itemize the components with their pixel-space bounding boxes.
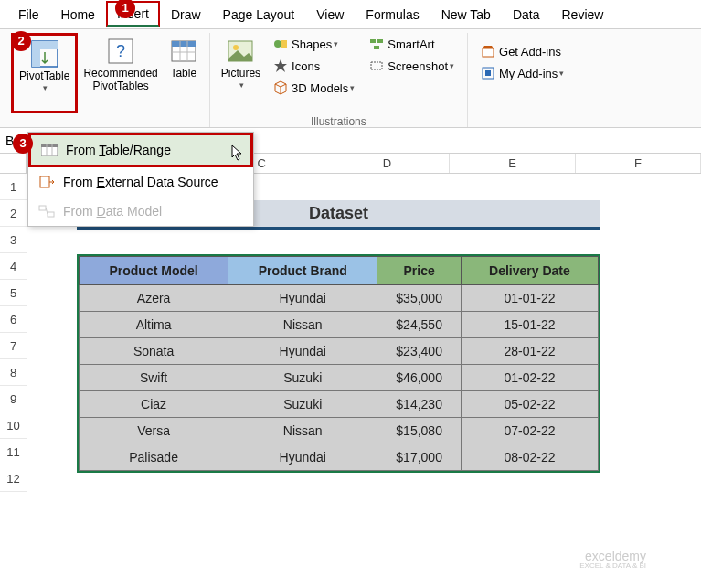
table-cell[interactable]: 01-02-22 bbox=[461, 365, 598, 391]
data-model-icon bbox=[37, 204, 56, 219]
col-header-d[interactable]: D bbox=[324, 154, 450, 173]
row-header[interactable]: 12 bbox=[0, 465, 27, 492]
table-cell[interactable]: Palisade bbox=[80, 444, 228, 471]
table-cell[interactable]: 07-02-22 bbox=[461, 418, 598, 444]
row-header[interactable]: 5 bbox=[0, 280, 27, 306]
svg-point-12 bbox=[274, 40, 281, 48]
get-addins-button[interactable]: Get Add-ins bbox=[473, 40, 571, 62]
recommended-pivottables-button[interactable]: ? Recommended PivotTables bbox=[78, 33, 163, 113]
menu-draw[interactable]: Draw bbox=[160, 2, 212, 27]
table-cell[interactable]: $23,400 bbox=[377, 338, 462, 365]
table-row[interactable]: PalisadeHyundai$17,00008-02-22 bbox=[80, 444, 599, 471]
from-table-label: From Table/Range bbox=[66, 143, 171, 157]
pivottable-dropdown: From Table/Range From External Data Sour… bbox=[27, 132, 254, 227]
svg-rect-13 bbox=[281, 40, 287, 48]
table-cell[interactable]: Sonata bbox=[80, 338, 228, 365]
menu-home[interactable]: Home bbox=[50, 2, 106, 27]
svg-rect-20 bbox=[485, 70, 491, 76]
table-cell[interactable]: Nissan bbox=[228, 312, 377, 338]
table-row[interactable]: CiazSuzuki$14,23005-02-22 bbox=[80, 391, 599, 418]
pictures-button[interactable]: Pictures ▾ bbox=[216, 33, 266, 113]
table-cell[interactable]: Altima bbox=[80, 312, 228, 338]
menu-new-tab[interactable]: New Tab bbox=[430, 2, 502, 27]
row-header[interactable]: 2 bbox=[0, 200, 27, 227]
svg-rect-15 bbox=[377, 39, 383, 43]
table-cell[interactable]: Hyundai bbox=[228, 338, 377, 365]
menu-page-layout[interactable]: Page Layout bbox=[212, 2, 306, 27]
icons-button[interactable]: Icons bbox=[266, 55, 362, 77]
my-addins-button[interactable]: My Add-ins▾ bbox=[473, 62, 571, 84]
menu-review[interactable]: Review bbox=[550, 2, 614, 27]
table-cell[interactable]: Nissan bbox=[228, 418, 377, 444]
row-header[interactable]: 7 bbox=[0, 333, 27, 359]
table-cell[interactable]: $35,000 bbox=[377, 285, 462, 312]
table-cell[interactable]: Hyundai bbox=[228, 444, 377, 471]
table-cell[interactable]: $24,550 bbox=[377, 312, 462, 338]
watermark: exceldemy EXCEL & DATA & BI bbox=[579, 550, 646, 570]
row-header[interactable]: 10 bbox=[0, 412, 27, 439]
table-row[interactable]: VersaNissan$15,08007-02-22 bbox=[80, 418, 599, 444]
table-cell[interactable]: Swift bbox=[80, 365, 228, 391]
table-cell[interactable]: $46,000 bbox=[377, 365, 462, 391]
table-cell[interactable]: $17,000 bbox=[377, 444, 462, 471]
menu-file[interactable]: File bbox=[7, 2, 50, 27]
row-header[interactable]: 6 bbox=[0, 306, 27, 333]
recommended-pivottables-icon: ? bbox=[106, 37, 135, 66]
pivottable-label: PivotTable bbox=[19, 70, 69, 83]
shapes-button[interactable]: Shapes▾ bbox=[266, 33, 362, 55]
from-external-label: From External Data Source bbox=[63, 175, 218, 189]
from-external-item[interactable]: From External Data Source bbox=[28, 167, 253, 197]
table-cell[interactable]: Suzuki bbox=[228, 365, 377, 391]
table-cell[interactable]: Versa bbox=[80, 418, 228, 444]
screenshot-button[interactable]: Screenshot▾ bbox=[362, 55, 462, 77]
row-header[interactable]: 4 bbox=[0, 253, 27, 280]
menu-formulas[interactable]: Formulas bbox=[355, 2, 430, 27]
table-button[interactable]: Table bbox=[164, 33, 204, 113]
table-cell[interactable]: Azera bbox=[80, 285, 228, 312]
screenshot-icon bbox=[369, 59, 384, 73]
table-icon bbox=[169, 37, 198, 66]
shapes-icon bbox=[273, 37, 288, 51]
row-header[interactable]: 8 bbox=[0, 359, 27, 386]
screenshot-label: Screenshot bbox=[388, 59, 448, 73]
table-cell[interactable]: $14,230 bbox=[377, 391, 462, 418]
chevron-down-icon: ▾ bbox=[450, 61, 454, 70]
svg-rect-22 bbox=[41, 144, 58, 147]
table-cell[interactable]: Suzuki bbox=[228, 391, 377, 418]
table-header: Price bbox=[377, 257, 462, 285]
row-header[interactable]: 11 bbox=[0, 439, 27, 465]
from-data-model-item: From Data Model bbox=[28, 197, 253, 226]
chevron-down-icon: ▾ bbox=[559, 69, 564, 78]
3d-models-button[interactable]: 3D Models▾ bbox=[266, 77, 362, 99]
row-header[interactable]: 3 bbox=[0, 227, 27, 253]
table-header: Delivery Date bbox=[461, 257, 598, 285]
table-cell[interactable]: $15,080 bbox=[377, 418, 462, 444]
table-cell[interactable]: 01-01-22 bbox=[461, 285, 598, 312]
menu-view[interactable]: View bbox=[305, 2, 355, 27]
col-header-e[interactable]: E bbox=[450, 154, 575, 173]
col-header-f[interactable]: F bbox=[576, 154, 701, 173]
table-cell[interactable]: Hyundai bbox=[228, 285, 377, 312]
table-row[interactable]: AltimaNissan$24,55015-01-22 bbox=[80, 312, 599, 338]
table-cell[interactable]: 28-01-22 bbox=[461, 338, 598, 365]
menu-data[interactable]: Data bbox=[502, 2, 551, 27]
table-cell[interactable]: 15-01-22 bbox=[461, 312, 598, 338]
table-cell[interactable]: 05-02-22 bbox=[461, 391, 598, 418]
svg-rect-18 bbox=[483, 48, 494, 57]
pivottable-icon bbox=[30, 39, 59, 69]
table-cell[interactable]: Ciaz bbox=[80, 391, 228, 418]
svg-rect-6 bbox=[172, 41, 196, 47]
table-row[interactable]: SwiftSuzuki$46,00001-02-22 bbox=[80, 365, 599, 391]
table-cell[interactable]: 08-02-22 bbox=[461, 444, 598, 471]
smartart-button[interactable]: SmartArt bbox=[362, 33, 462, 55]
row-header[interactable]: 1 bbox=[0, 174, 27, 200]
chevron-down-icon: ▾ bbox=[334, 39, 338, 48]
data-table[interactable]: Product Model Product Brand Price Delive… bbox=[77, 254, 600, 473]
svg-point-11 bbox=[233, 45, 239, 50]
svg-text:?: ? bbox=[116, 42, 125, 60]
row-header[interactable]: 9 bbox=[0, 386, 27, 412]
table-row[interactable]: AzeraHyundai$35,00001-01-22 bbox=[80, 285, 599, 312]
from-table-range-item[interactable]: From Table/Range bbox=[28, 133, 253, 167]
table-header: Product Brand bbox=[228, 257, 377, 285]
table-row[interactable]: SonataHyundai$23,40028-01-22 bbox=[80, 338, 599, 365]
